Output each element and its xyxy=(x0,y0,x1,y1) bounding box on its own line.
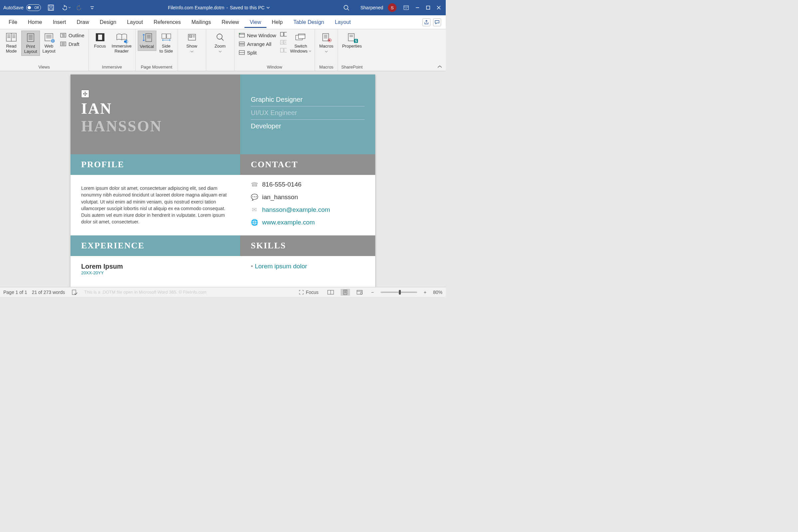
group-macros: Macros Macros xyxy=(315,29,338,71)
focus-button[interactable]: Focus xyxy=(91,31,109,50)
zoom-slider[interactable] xyxy=(381,291,417,293)
tab-home[interactable]: Home xyxy=(23,17,48,28)
mail-icon: ✉ xyxy=(251,206,258,213)
view-side-by-side-button[interactable] xyxy=(280,31,287,37)
document-workspace[interactable]: IAN HANSSON Graphic Designer UI/UX Engin… xyxy=(0,71,446,287)
role-1[interactable]: Graphic Designer xyxy=(251,93,365,107)
search-button[interactable] xyxy=(341,3,352,12)
save-button[interactable] xyxy=(45,3,56,12)
collapse-ribbon-button[interactable] xyxy=(437,65,442,69)
ribbon: Read Mode Print Layout Web Layout Outlin… xyxy=(0,29,446,71)
user-avatar[interactable]: S xyxy=(388,3,396,12)
save-status[interactable]: Saved to this PC xyxy=(230,5,264,10)
read-mode-button[interactable]: Read Mode xyxy=(2,31,21,55)
immersive-reader-button[interactable]: Immersive Reader xyxy=(110,31,133,55)
tab-draw[interactable]: Draw xyxy=(71,17,94,28)
contact-phone[interactable]: ☎816-555-0146 xyxy=(251,178,365,191)
word-count[interactable]: 21 of 273 words xyxy=(32,290,65,295)
customize-qat[interactable] xyxy=(88,4,97,12)
status-bar: Page 1 of 1 21 of 273 words This is a .D… xyxy=(0,287,446,297)
tab-help[interactable]: Help xyxy=(266,17,288,28)
role-3[interactable]: Developer xyxy=(251,120,365,133)
draft-button[interactable]: Draft xyxy=(58,40,87,48)
skill-item[interactable]: • Lorem ipsum dolor xyxy=(251,263,365,270)
tab-table-design[interactable]: Table Design xyxy=(288,17,330,28)
print-layout-view-button[interactable] xyxy=(341,289,350,296)
redo-button[interactable] xyxy=(75,3,86,12)
zoom-dropdown[interactable]: Zoom xyxy=(211,31,229,54)
experience-dates[interactable]: 20XX-20YY xyxy=(81,270,229,275)
vertical-button[interactable]: Vertical xyxy=(138,31,156,51)
arrange-all-button[interactable]: Arrange All xyxy=(237,40,278,48)
svg-line-51 xyxy=(222,39,224,41)
resume-first-name[interactable]: IAN xyxy=(81,100,229,117)
svg-rect-60 xyxy=(284,32,287,36)
svg-point-50 xyxy=(217,34,222,39)
spelling-button[interactable] xyxy=(70,289,79,296)
chevron-down-icon[interactable] xyxy=(266,6,270,9)
svg-rect-8 xyxy=(426,6,430,9)
undo-button[interactable] xyxy=(58,3,73,12)
tab-layout[interactable]: Layout xyxy=(122,17,148,28)
experience-title[interactable]: Lorem Ipsum xyxy=(81,263,229,270)
profile-heading[interactable]: PROFILE xyxy=(81,159,229,170)
outline-button[interactable]: Outline xyxy=(58,31,87,39)
user-name[interactable]: Sharpened xyxy=(360,5,383,10)
page-indicator[interactable]: Page 1 of 1 xyxy=(3,290,27,295)
autosave-toggle[interactable]: AutoSave Off xyxy=(3,3,41,12)
table-move-handle[interactable] xyxy=(81,90,89,98)
macros-button[interactable]: Macros xyxy=(317,31,336,54)
svg-point-3 xyxy=(344,5,348,9)
ribbon-display-button[interactable] xyxy=(401,3,411,12)
read-mode-view-button[interactable] xyxy=(325,289,336,295)
profile-text[interactable]: Lorem ipsum dolor sit amet, consectetuer… xyxy=(81,185,229,225)
properties-button[interactable]: S Properties xyxy=(340,31,364,50)
tab-file[interactable]: File xyxy=(3,17,23,28)
role-2[interactable]: UI/UX Engineer xyxy=(251,107,365,120)
group-page-movement: Vertical Side to Side Page Movement xyxy=(136,29,178,71)
contact-chat[interactable]: 💬ian_hansson xyxy=(251,191,365,204)
svg-rect-80 xyxy=(344,290,347,294)
contact-email[interactable]: ✉hansson@example.com xyxy=(251,204,365,216)
autosave-label: AutoSave xyxy=(3,5,24,10)
show-dropdown[interactable]: Show xyxy=(183,31,201,54)
svg-rect-66 xyxy=(298,34,305,39)
experience-heading[interactable]: EXPERIENCE xyxy=(81,241,229,251)
tab-design[interactable]: Design xyxy=(94,17,122,28)
switch-windows-button[interactable]: Switch Windows xyxy=(289,31,313,55)
svg-rect-55 xyxy=(239,42,244,43)
zoom-level[interactable]: 80% xyxy=(433,290,442,295)
tab-table-layout[interactable]: Layout xyxy=(329,17,356,28)
contact-web[interactable]: 🌐www.example.com xyxy=(251,216,365,229)
resume-last-name[interactable]: HANSSON xyxy=(81,117,229,135)
side-to-side-button[interactable]: Side to Side xyxy=(157,31,175,55)
tab-mailings[interactable]: Mailings xyxy=(186,17,217,28)
toggle-switch[interactable]: Off xyxy=(26,4,41,11)
web-layout-button[interactable]: Web Layout xyxy=(41,31,57,55)
tab-view[interactable]: View xyxy=(244,17,266,28)
reset-window-button[interactable] xyxy=(280,47,287,53)
zoom-in-button[interactable]: + xyxy=(422,289,428,296)
svg-rect-38 xyxy=(146,34,152,41)
focus-mode-button[interactable]: Focus xyxy=(297,289,320,296)
split-button[interactable]: Split xyxy=(237,49,278,57)
new-window-button[interactable]: +New Window xyxy=(237,31,278,39)
globe-icon: 🌐 xyxy=(251,219,258,226)
chat-icon: 💬 xyxy=(251,193,258,201)
zoom-out-button[interactable]: − xyxy=(369,289,376,296)
svg-rect-0 xyxy=(48,5,54,10)
close-button[interactable] xyxy=(434,4,443,11)
tab-review[interactable]: Review xyxy=(216,17,244,28)
web-layout-view-button[interactable] xyxy=(355,289,365,295)
print-layout-button[interactable]: Print Layout xyxy=(21,31,40,56)
maximize-button[interactable] xyxy=(424,4,432,11)
sync-scroll-button[interactable] xyxy=(280,39,287,45)
tab-references[interactable]: References xyxy=(148,17,186,28)
minimize-button[interactable] xyxy=(413,4,422,11)
tab-insert[interactable]: Insert xyxy=(47,17,71,28)
skills-heading[interactable]: SKILLS xyxy=(251,241,365,251)
comments-icon[interactable] xyxy=(433,18,441,26)
contact-heading[interactable]: CONTACT xyxy=(251,159,365,170)
document-page[interactable]: IAN HANSSON Graphic Designer UI/UX Engin… xyxy=(71,75,375,287)
share-icon[interactable] xyxy=(423,18,430,26)
